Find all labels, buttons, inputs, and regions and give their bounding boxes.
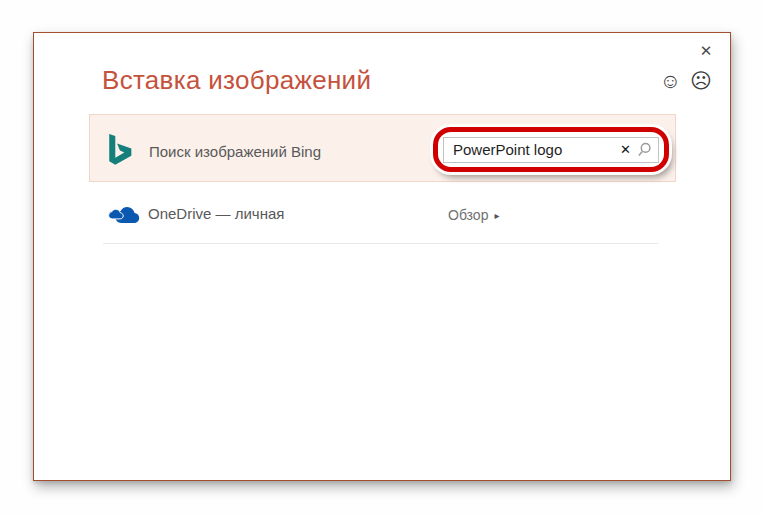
bing-search-input[interactable]: [453, 141, 616, 158]
onedrive-clouds-icon: [107, 201, 142, 225]
onedrive-row[interactable]: OneDrive — личная Обзор ▸: [89, 181, 674, 243]
feedback-icons: ☺ ☹: [660, 69, 712, 93]
screen-background: ✕ Вставка изображений ☺ ☹ Поиск изображе…: [0, 0, 764, 514]
row-divider: [103, 243, 658, 244]
smiley-sad-icon[interactable]: ☹: [690, 69, 712, 93]
dialog-title: Вставка изображений: [102, 65, 371, 96]
search-magnifier-icon[interactable]: [637, 142, 652, 157]
annotation-highlight: ✕: [433, 127, 669, 172]
insert-pictures-dialog: ✕ Вставка изображений ☺ ☹ Поиск изображе…: [33, 32, 731, 481]
bing-row-label: Поиск изображений Bing: [149, 143, 321, 160]
browse-link[interactable]: Обзор ▸: [448, 207, 499, 223]
onedrive-row-label: OneDrive — личная: [148, 205, 284, 222]
bing-logo-icon: [109, 134, 132, 165]
browse-label: Обзор: [448, 207, 488, 223]
clear-search-icon[interactable]: ✕: [620, 143, 631, 157]
smiley-happy-icon[interactable]: ☺: [660, 69, 681, 93]
chevron-right-icon: ▸: [494, 210, 499, 221]
close-icon[interactable]: ✕: [695, 41, 717, 61]
bing-search-box[interactable]: ✕: [443, 137, 659, 163]
